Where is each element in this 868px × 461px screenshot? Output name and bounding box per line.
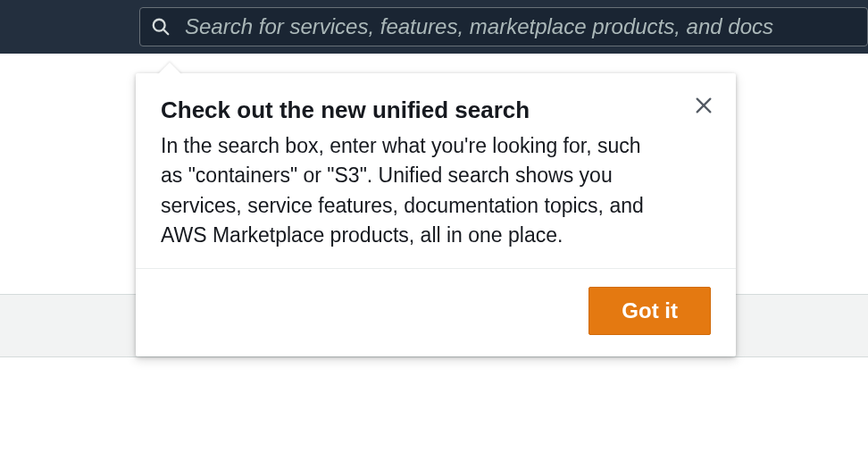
search-box[interactable] [139,7,868,46]
search-input[interactable] [185,14,856,39]
search-container [139,7,868,46]
svg-line-1 [163,29,169,35]
got-it-button[interactable]: Got it [588,287,711,335]
popover-body: In the search box, enter what you're loo… [161,131,711,250]
popover-content: Check out the new unified search In the … [136,73,736,268]
search-icon [151,17,171,37]
popover-title: Check out the new unified search [161,96,711,124]
close-icon [694,96,714,115]
popover-footer: Got it [136,268,736,356]
top-nav-bar [0,0,868,54]
unified-search-popover: Check out the new unified search In the … [136,73,736,356]
close-button[interactable] [689,91,718,120]
